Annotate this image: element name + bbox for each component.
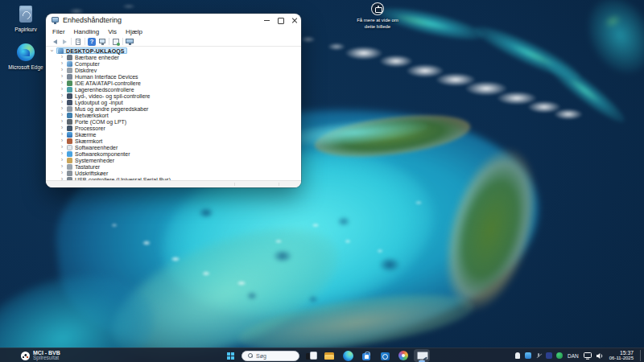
app-blue-icon[interactable]	[525, 352, 531, 359]
window-control-button[interactable]	[260, 14, 274, 27]
system-device-icon	[67, 158, 72, 163]
taskbar-app[interactable]	[321, 349, 337, 362]
menu-item[interactable]: Hjælp	[126, 28, 142, 35]
tree-item-label: Tastaturer	[75, 164, 100, 170]
tree-item[interactable]: Mus og andre pegeredskaber	[46, 105, 301, 112]
sep-icon[interactable]	[71, 38, 72, 45]
tree-item[interactable]: Netværkskort	[46, 112, 301, 118]
menu-item[interactable]: Vis	[108, 28, 117, 35]
edge-icon	[15, 42, 36, 63]
tree-item-label: Netværkskort	[75, 113, 109, 118]
sep-icon[interactable]	[109, 38, 109, 45]
window-control-button[interactable]	[287, 14, 301, 27]
tree-item[interactable]: Lagerenhedscontrollere	[46, 86, 301, 93]
tree-item-label: Skærmkort	[75, 138, 102, 144]
spotlight-learn-more[interactable]: Få mere at vide om dette billede	[341, 2, 415, 30]
tree-item[interactable]: Skærmkort	[46, 138, 301, 144]
tree-item-label: Udskriftskøer	[75, 171, 108, 176]
tree-item-label: Porte (COM og LPT)	[75, 119, 126, 125]
widgets-button[interactable]: MCI - BVB Spilresultat	[18, 348, 64, 362]
desktop-icon-label: Microsoft Edge	[4, 64, 47, 70]
ports-icon	[67, 119, 72, 125]
device-manager-icon	[416, 351, 427, 361]
tree-item-label: Mus og andre pegeredskaber	[75, 106, 148, 112]
tree-item[interactable]: Tastaturer	[46, 163, 301, 170]
tree-item[interactable]: Bærbare enheder	[46, 54, 301, 60]
tree-item[interactable]: Processorer	[46, 125, 301, 131]
menu-item[interactable]: Filer	[52, 28, 65, 35]
mouse-icon	[67, 106, 72, 112]
sep-icon[interactable]	[122, 38, 123, 45]
tree-item-label: Skærme	[75, 132, 96, 138]
tree-item[interactable]: Softwareenheder	[46, 144, 301, 150]
tree-item[interactable]: Systemenheder	[46, 157, 301, 163]
app-white-icon[interactable]	[514, 352, 521, 359]
tree-item[interactable]: Lydoutput og -input	[46, 99, 301, 105]
tree-item-label: IDE ATA/ATAPI-controllere	[75, 80, 141, 86]
monitor-icon	[67, 132, 72, 138]
tree-item-label: Bærbare enheder	[75, 55, 119, 60]
properties-icon[interactable]	[98, 38, 106, 46]
start-button[interactable]	[222, 349, 238, 362]
menu-item[interactable]: Handling	[74, 28, 100, 35]
window-controls	[260, 14, 301, 27]
tree-item[interactable]: Computer	[46, 60, 301, 67]
app-navy-icon[interactable]	[546, 352, 552, 359]
software-device-icon	[67, 145, 72, 150]
show-desktop-button[interactable]	[640, 350, 642, 361]
edge-tb-icon	[342, 351, 353, 361]
network-icon[interactable]	[584, 352, 592, 360]
clock[interactable]: 15:37 06-11-2025	[609, 350, 634, 362]
desktop-icon[interactable]: Papirkurv	[4, 4, 47, 32]
football-icon	[21, 352, 30, 360]
volume-icon[interactable]	[596, 352, 604, 360]
computer-tool-icon[interactable]	[126, 38, 134, 46]
taskbar-app[interactable]	[395, 349, 411, 362]
network-adapter-icon	[67, 113, 72, 118]
taskbar-app[interactable]	[303, 349, 319, 362]
clock-date: 06-11-2025	[609, 356, 634, 361]
task-view-icon	[305, 351, 316, 361]
spotlight-camera-icon[interactable]	[371, 2, 384, 15]
sep-icon[interactable]	[85, 38, 85, 45]
windows-logo-icon	[227, 352, 234, 360]
chevron-expanded-icon[interactable]	[49, 47, 54, 54]
taskbar-app[interactable]	[358, 349, 374, 362]
console-tree-icon[interactable]	[74, 38, 82, 46]
taskbar-app[interactable]	[377, 349, 393, 362]
app-green-icon[interactable]	[556, 352, 563, 359]
selected-node[interactable]: DESKTOP-UKLAOQS	[56, 47, 127, 54]
tree-item-label: Systemenheder	[75, 158, 114, 163]
tree-item[interactable]: Udskriftskøer	[46, 170, 301, 176]
forward-icon[interactable]	[60, 38, 68, 46]
tree-item[interactable]: Softwarekomponenter	[46, 150, 301, 157]
tree-item[interactable]: Porte (COM og LPT)	[46, 118, 301, 125]
print-queue-icon	[67, 171, 72, 176]
window-control-button[interactable]	[274, 14, 287, 27]
system-tray: DAN 15:37 06-11-2025	[514, 348, 642, 362]
tree-item[interactable]: IDE ATA/ATAPI-controllere	[46, 80, 301, 86]
scan-icon[interactable]	[112, 38, 120, 46]
window-titlebar[interactable]: Enhedshåndtering	[46, 14, 301, 27]
tree-item-label: Softwareenheder	[75, 145, 118, 150]
language-indicator[interactable]: DAN	[567, 353, 580, 359]
taskbar-search[interactable]: Søg	[242, 351, 299, 361]
taskbar-app[interactable]	[340, 349, 356, 362]
desktop-icon-label: Papirkurv	[4, 27, 47, 32]
mic-muted-icon[interactable]	[535, 352, 542, 359]
taskbar-app[interactable]	[414, 349, 430, 362]
tree-item[interactable]: Human Interface Devices	[46, 73, 301, 80]
desktop-icon[interactable]: Microsoft Edge	[4, 42, 47, 70]
help-icon[interactable]	[88, 38, 96, 46]
tree-item[interactable]: Diskdrev	[46, 67, 301, 73]
back-icon[interactable]	[50, 38, 58, 46]
search-placeholder: Søg	[256, 353, 266, 359]
processor-icon	[67, 125, 72, 131]
tree-root-node[interactable]: DESKTOP-UKLAOQS	[46, 47, 301, 54]
tree-item-label: Softwarekomponenter	[75, 151, 130, 157]
tree-item[interactable]: Lyd-, video- og spil-controllere	[46, 93, 301, 99]
software-component-icon	[67, 151, 72, 157]
tree-item-label: Processorer	[75, 125, 105, 131]
spotlight-caption: Få mere at vide om dette billede	[341, 18, 415, 30]
tree-item[interactable]: Skærme	[46, 131, 301, 138]
